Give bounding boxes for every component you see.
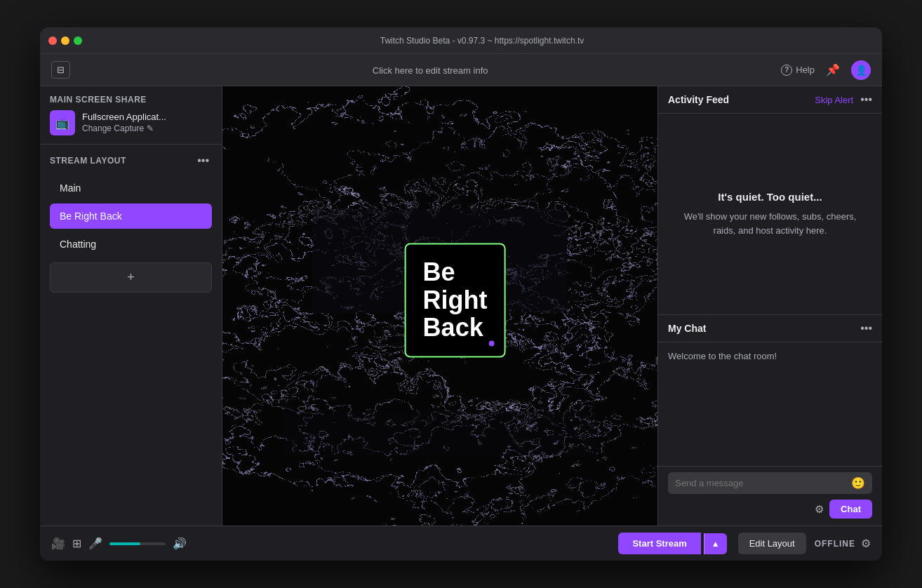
- be-right-back-overlay: Be Right Back: [405, 243, 506, 357]
- sidebar-toggle-icon: ⊟: [57, 65, 65, 75]
- activity-feed-title: Activity Feed: [668, 94, 729, 105]
- source-section: Main Screen Share 📺 Fullscreen Applicat.…: [40, 86, 222, 145]
- left-sidebar: Main Screen Share 📺 Fullscreen Applicat.…: [40, 86, 222, 526]
- stream-settings-button[interactable]: ⚙: [861, 537, 871, 550]
- chat-section: My Chat ••• Welcome to the chat room! 🙂 …: [658, 315, 882, 526]
- volume-bar[interactable]: [109, 542, 166, 545]
- overlay-text-line2: Right: [423, 286, 488, 314]
- layout-item-be-right-back[interactable]: Be Right Back: [50, 203, 212, 229]
- source-name: Fullscreen Applicat...: [82, 112, 212, 122]
- edit-icon: ✎: [147, 123, 154, 133]
- stream-info-button[interactable]: Click here to edit stream info: [373, 65, 488, 76]
- activity-feed-header: Activity Feed Skip Alert •••: [658, 86, 882, 114]
- overlay-text-line1: Be: [423, 258, 455, 286]
- chat-settings-button[interactable]: ⚙: [815, 503, 824, 516]
- layout-item-main[interactable]: Main: [50, 175, 212, 201]
- quiet-content: It's quiet. Too quiet... We'll show your…: [658, 114, 882, 314]
- activity-feed-actions: Skip Alert •••: [815, 93, 872, 106]
- stream-buttons: Start Stream ▲: [618, 533, 726, 554]
- chevron-up-icon: ▲: [711, 539, 720, 549]
- window-title: Twitch Studio Beta - v0.97.3 ~ https://s…: [91, 36, 874, 46]
- offline-status: OFFLINE ⚙: [815, 537, 871, 550]
- chat-input-area: 🙂 ⚙ Chat: [658, 466, 882, 526]
- offline-label: OFFLINE: [815, 539, 855, 549]
- layout-section-label: Stream Layout: [50, 156, 126, 166]
- add-icon: +: [127, 270, 135, 285]
- main-content: Main Screen Share 📺 Fullscreen Applicat.…: [40, 86, 882, 526]
- source-icon: 📺: [50, 110, 75, 135]
- app-window: Twitch Studio Beta - v0.97.3 ~ https://s…: [40, 27, 882, 561]
- maximize-button[interactable]: [74, 36, 82, 45]
- close-button[interactable]: [48, 36, 57, 45]
- chat-send-button[interactable]: Chat: [829, 500, 872, 519]
- chat-more-button[interactable]: •••: [860, 322, 872, 335]
- edit-layout-button[interactable]: Edit Layout: [738, 533, 806, 554]
- camera-button[interactable]: 🎥: [51, 537, 65, 550]
- add-layout-button[interactable]: +: [50, 262, 212, 293]
- pin-icon[interactable]: 📌: [826, 63, 840, 76]
- chat-messages: Welcome to the chat room!: [658, 342, 882, 466]
- layout-header: Stream Layout •••: [50, 153, 212, 168]
- twitch-logo-icon: 📺: [55, 116, 69, 130]
- svg-rect-12: [283, 411, 598, 456]
- volume-slider-container: [109, 542, 166, 545]
- top-bar: ⊟ Click here to edit stream info ? Help …: [40, 54, 882, 86]
- quiet-desc: We'll show your new follows, subs, cheer…: [672, 210, 868, 237]
- right-sidebar: Activity Feed Skip Alert ••• It's quiet.…: [657, 86, 882, 526]
- activity-feed-section: Activity Feed Skip Alert ••• It's quiet.…: [658, 86, 882, 315]
- overlay-dot: [489, 340, 495, 346]
- settings-button[interactable]: ⊞: [72, 537, 81, 550]
- chat-title: My Chat: [668, 323, 706, 334]
- layout-item-chatting[interactable]: Chatting: [50, 232, 212, 257]
- help-button[interactable]: ? Help: [781, 65, 815, 76]
- layout-more-button[interactable]: •••: [194, 153, 212, 168]
- activity-feed-more-button[interactable]: •••: [860, 93, 872, 106]
- source-info: Fullscreen Applicat... Change Capture ✎: [82, 112, 212, 135]
- change-capture-label: Change Capture: [82, 123, 144, 133]
- user-avatar[interactable]: 👤: [851, 60, 871, 80]
- traffic-lights: [48, 36, 82, 45]
- top-bar-right: ? Help 📌 👤: [781, 60, 871, 80]
- chat-header: My Chat •••: [658, 315, 882, 342]
- chat-bottom-row: ⚙ Chat: [668, 500, 872, 519]
- volume-fill: [109, 542, 140, 545]
- source-section-label: Main Screen Share: [50, 95, 212, 105]
- overlay-text-line3: Back: [423, 314, 483, 342]
- welcome-message: Welcome to the chat room!: [668, 351, 777, 361]
- change-capture-button[interactable]: Change Capture ✎: [82, 122, 154, 135]
- start-stream-button[interactable]: Start Stream: [618, 533, 700, 554]
- layout-items: Main Be Right Back Chatting: [50, 175, 212, 257]
- bottom-controls: 🎥 ⊞ 🎤 🔊: [51, 537, 610, 550]
- chat-input-row: 🙂: [668, 472, 872, 494]
- chat-input[interactable]: [675, 478, 851, 488]
- stream-dropdown-button[interactable]: ▲: [704, 533, 727, 554]
- bottom-bar: 🎥 ⊞ 🎤 🔊 Start Stream ▲ Edit Layout OFFLI…: [40, 526, 882, 561]
- speaker-button[interactable]: 🔊: [173, 537, 187, 550]
- preview-area: Be Right Back: [222, 86, 657, 526]
- help-icon: ?: [781, 65, 792, 76]
- top-bar-center: Click here to edit stream info: [79, 64, 781, 76]
- quiet-title: It's quiet. Too quiet...: [718, 191, 822, 203]
- help-label: Help: [796, 65, 815, 75]
- source-item: 📺 Fullscreen Applicat... Change Capture …: [50, 110, 212, 135]
- mic-button[interactable]: 🎤: [88, 537, 102, 550]
- minimize-button[interactable]: [61, 36, 69, 45]
- emoji-button[interactable]: 🙂: [851, 476, 865, 490]
- top-bar-left: ⊟: [51, 61, 79, 79]
- sidebar-toggle-button[interactable]: ⊟: [51, 61, 70, 79]
- title-bar: Twitch Studio Beta - v0.97.3 ~ https://s…: [40, 27, 882, 54]
- layout-section: Stream Layout ••• Main Be Right Back Cha…: [40, 145, 222, 526]
- skip-alert-button[interactable]: Skip Alert: [815, 95, 853, 105]
- user-icon: 👤: [855, 65, 867, 76]
